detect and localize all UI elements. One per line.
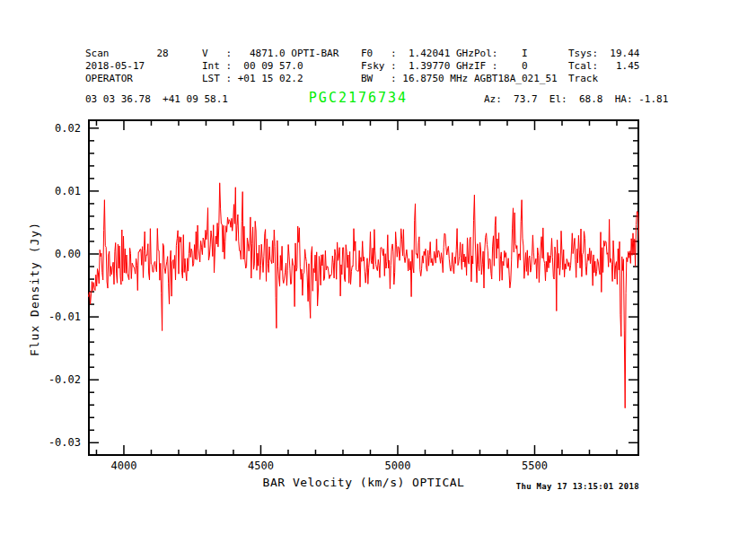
- x-axis-title: BAR Velocity (km/s) OPTICAL: [263, 476, 465, 489]
- y-tick-label: 0.00: [27, 248, 81, 260]
- header-int: Int : 00 09 57.0: [202, 61, 303, 72]
- header-velocity: V : 4871.0 OPTI-BAR: [202, 48, 338, 59]
- header-f0: F0 : 1.42041 GHz: [361, 48, 474, 59]
- header-tsys: Tsys: 19.44: [568, 48, 639, 59]
- plot-timestamp: Thu May 17 13:15:01 2018: [516, 482, 639, 491]
- spectrum-plot-window: Scan 28 V : 4871.0 OPTI-BAR F0 : 1.42041…: [0, 0, 756, 534]
- header-procedure: Track: [568, 74, 598, 84]
- header-bw: BW : 16.8750 MHz: [361, 74, 468, 84]
- source-name: PGC2176734: [309, 90, 408, 106]
- y-tick-label: -0.01: [27, 311, 81, 323]
- y-tick-label: 0.02: [27, 122, 81, 135]
- header-project: AGBT18A_021_51: [474, 74, 558, 84]
- y-tick-label: 0.01: [27, 185, 81, 197]
- header-scan: Scan 28: [85, 48, 169, 59]
- header-lst: LST : +01 15 02.2: [202, 74, 303, 84]
- header-pol: Pol: I: [474, 48, 528, 59]
- x-tick-label: 5500: [522, 460, 548, 472]
- y-tick-label: -0.03: [27, 436, 81, 449]
- y-tick-label: -0.02: [27, 373, 81, 386]
- header-if: IF : 0: [474, 61, 528, 72]
- x-tick-label: 4000: [111, 460, 137, 472]
- y-axis-title: Flux Density (Jy): [28, 222, 41, 356]
- spectrum-plot: [88, 119, 639, 456]
- x-tick-label: 5000: [385, 460, 411, 472]
- x-tick-label: 4500: [248, 460, 274, 472]
- ra-dec-coordinates: 03 03 36.78 +41 09 58.1: [85, 93, 228, 105]
- header-fsky: Fsky : 1.39770 GHz: [361, 61, 474, 72]
- header-observer: OPERATOR: [85, 74, 133, 84]
- az-el-ha-readout: Az: 73.7 El: 68.8 HA: -1.81: [484, 93, 668, 105]
- header-tcal: Tcal: 1.45: [568, 61, 639, 72]
- header-date: 2018-05-17: [85, 61, 145, 72]
